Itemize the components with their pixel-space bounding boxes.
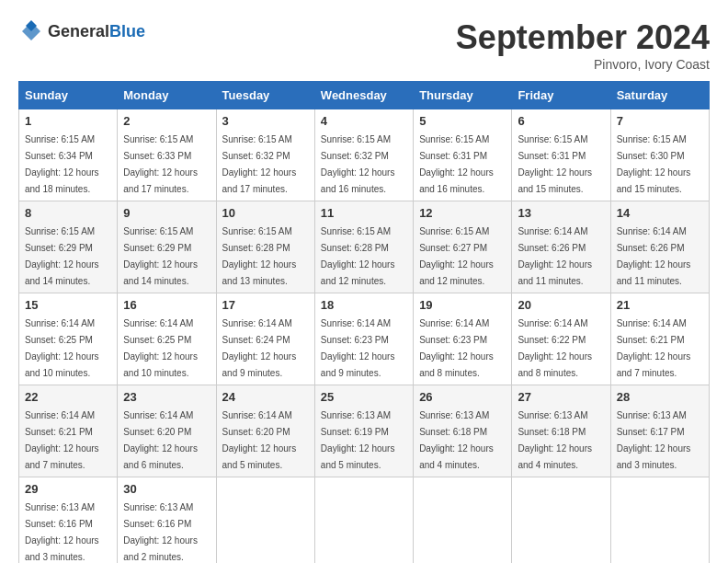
day-number: 11 — [321, 206, 407, 220]
day-number: 5 — [419, 114, 506, 128]
calendar-cell: 14 Sunrise: 6:14 AMSunset: 6:26 PMDaylig… — [610, 201, 709, 293]
calendar-cell: 5 Sunrise: 6:15 AMSunset: 6:31 PMDayligh… — [414, 109, 512, 201]
location: Pinvoro, Ivory Coast — [456, 57, 710, 72]
calendar-cell: 23 Sunrise: 6:14 AMSunset: 6:20 PMDaylig… — [118, 385, 216, 477]
calendar-cell: 22 Sunrise: 6:14 AMSunset: 6:21 PMDaylig… — [19, 385, 118, 477]
calendar-cell: 21 Sunrise: 6:14 AMSunset: 6:21 PMDaylig… — [610, 293, 709, 385]
calendar-cell: 4 Sunrise: 6:15 AMSunset: 6:32 PMDayligh… — [314, 109, 413, 201]
day-number: 24 — [222, 390, 309, 404]
calendar-cell: 19 Sunrise: 6:14 AMSunset: 6:23 PMDaylig… — [414, 293, 512, 385]
day-info: Sunrise: 6:14 AMSunset: 6:26 PMDaylight:… — [518, 226, 592, 286]
calendar-cell: 20 Sunrise: 6:14 AMSunset: 6:22 PMDaylig… — [512, 293, 610, 385]
header-wednesday: Wednesday — [314, 82, 413, 109]
calendar-cell: 12 Sunrise: 6:15 AMSunset: 6:27 PMDaylig… — [414, 201, 512, 293]
day-number: 6 — [518, 114, 604, 128]
day-number: 27 — [518, 390, 604, 404]
calendar-week-1: 1 Sunrise: 6:15 AMSunset: 6:34 PMDayligh… — [19, 109, 710, 201]
day-info: Sunrise: 6:15 AMSunset: 6:32 PMDaylight:… — [222, 134, 297, 194]
calendar-cell — [414, 477, 512, 564]
day-number: 22 — [25, 390, 111, 404]
day-number: 15 — [25, 298, 111, 312]
calendar-cell: 10 Sunrise: 6:15 AMSunset: 6:28 PMDaylig… — [216, 201, 314, 293]
calendar-cell — [512, 477, 610, 564]
day-number: 25 — [321, 390, 407, 404]
day-number: 7 — [617, 114, 703, 128]
day-info: Sunrise: 6:15 AMSunset: 6:32 PMDaylight:… — [321, 134, 395, 194]
calendar-cell: 18 Sunrise: 6:14 AMSunset: 6:23 PMDaylig… — [314, 293, 413, 385]
day-info: Sunrise: 6:14 AMSunset: 6:23 PMDaylight:… — [419, 318, 494, 378]
calendar-cell: 29 Sunrise: 6:13 AMSunset: 6:16 PMDaylig… — [19, 477, 118, 564]
day-info: Sunrise: 6:13 AMSunset: 6:19 PMDaylight:… — [321, 410, 395, 470]
calendar-cell: 27 Sunrise: 6:13 AMSunset: 6:18 PMDaylig… — [512, 385, 610, 477]
day-number: 20 — [518, 298, 604, 312]
day-info: Sunrise: 6:15 AMSunset: 6:31 PMDaylight:… — [419, 134, 494, 194]
day-number: 2 — [123, 114, 210, 128]
calendar-cell: 30 Sunrise: 6:13 AMSunset: 6:16 PMDaylig… — [118, 477, 216, 564]
calendar-cell — [216, 477, 314, 564]
day-info: Sunrise: 6:14 AMSunset: 6:22 PMDaylight:… — [518, 318, 592, 378]
day-info: Sunrise: 6:14 AMSunset: 6:24 PMDaylight:… — [222, 318, 297, 378]
day-number: 19 — [419, 298, 506, 312]
calendar-cell: 17 Sunrise: 6:14 AMSunset: 6:24 PMDaylig… — [216, 293, 314, 385]
day-number: 23 — [123, 390, 210, 404]
calendar-cell: 1 Sunrise: 6:15 AMSunset: 6:34 PMDayligh… — [19, 109, 118, 201]
day-number: 16 — [123, 298, 210, 312]
day-info: Sunrise: 6:13 AMSunset: 6:17 PMDaylight:… — [617, 410, 691, 470]
day-info: Sunrise: 6:14 AMSunset: 6:20 PMDaylight:… — [123, 410, 198, 470]
page-header: GeneralBlue September 2024 Pinvoro, Ivor… — [18, 18, 710, 72]
calendar-table: Sunday Monday Tuesday Wednesday Thursday… — [18, 81, 710, 563]
header-tuesday: Tuesday — [216, 82, 314, 109]
calendar-week-4: 22 Sunrise: 6:14 AMSunset: 6:21 PMDaylig… — [19, 385, 710, 477]
day-info: Sunrise: 6:15 AMSunset: 6:31 PMDaylight:… — [518, 134, 592, 194]
calendar-cell: 28 Sunrise: 6:13 AMSunset: 6:17 PMDaylig… — [610, 385, 709, 477]
day-number: 3 — [222, 114, 309, 128]
day-info: Sunrise: 6:15 AMSunset: 6:27 PMDaylight:… — [419, 226, 494, 286]
day-number: 26 — [419, 390, 506, 404]
calendar-cell: 7 Sunrise: 6:15 AMSunset: 6:30 PMDayligh… — [610, 109, 709, 201]
day-number: 4 — [321, 114, 407, 128]
day-number: 28 — [617, 390, 703, 404]
logo: GeneralBlue — [18, 18, 145, 44]
day-info: Sunrise: 6:13 AMSunset: 6:16 PMDaylight:… — [25, 502, 99, 562]
day-number: 30 — [123, 482, 210, 496]
day-info: Sunrise: 6:13 AMSunset: 6:18 PMDaylight:… — [419, 410, 494, 470]
day-info: Sunrise: 6:14 AMSunset: 6:25 PMDaylight:… — [25, 318, 99, 378]
day-info: Sunrise: 6:14 AMSunset: 6:21 PMDaylight:… — [25, 410, 99, 470]
day-info: Sunrise: 6:15 AMSunset: 6:28 PMDaylight:… — [321, 226, 395, 286]
calendar-cell: 6 Sunrise: 6:15 AMSunset: 6:31 PMDayligh… — [512, 109, 610, 201]
header-sunday: Sunday — [19, 82, 118, 109]
calendar-cell — [314, 477, 413, 564]
calendar-cell: 26 Sunrise: 6:13 AMSunset: 6:18 PMDaylig… — [414, 385, 512, 477]
day-number: 12 — [419, 206, 506, 220]
day-number: 17 — [222, 298, 309, 312]
title-block: September 2024 Pinvoro, Ivory Coast — [456, 18, 710, 72]
month-title: September 2024 — [456, 18, 710, 57]
day-info: Sunrise: 6:14 AMSunset: 6:21 PMDaylight:… — [617, 318, 691, 378]
day-info: Sunrise: 6:15 AMSunset: 6:33 PMDaylight:… — [123, 134, 198, 194]
calendar-cell: 3 Sunrise: 6:15 AMSunset: 6:32 PMDayligh… — [216, 109, 314, 201]
logo-icon — [18, 18, 44, 44]
day-number: 1 — [25, 114, 111, 128]
day-info: Sunrise: 6:15 AMSunset: 6:34 PMDaylight:… — [25, 134, 99, 194]
calendar-cell: 15 Sunrise: 6:14 AMSunset: 6:25 PMDaylig… — [19, 293, 118, 385]
calendar-cell — [610, 477, 709, 564]
day-info: Sunrise: 6:13 AMSunset: 6:18 PMDaylight:… — [518, 410, 592, 470]
day-number: 8 — [25, 206, 111, 220]
day-number: 18 — [321, 298, 407, 312]
calendar-header-row: Sunday Monday Tuesday Wednesday Thursday… — [19, 82, 710, 109]
day-number: 29 — [25, 482, 111, 496]
day-info: Sunrise: 6:13 AMSunset: 6:16 PMDaylight:… — [123, 502, 198, 562]
day-info: Sunrise: 6:14 AMSunset: 6:20 PMDaylight:… — [222, 410, 297, 470]
header-saturday: Saturday — [610, 82, 709, 109]
day-number: 9 — [123, 206, 210, 220]
calendar-cell: 2 Sunrise: 6:15 AMSunset: 6:33 PMDayligh… — [118, 109, 216, 201]
day-info: Sunrise: 6:15 AMSunset: 6:28 PMDaylight:… — [222, 226, 297, 286]
calendar-week-3: 15 Sunrise: 6:14 AMSunset: 6:25 PMDaylig… — [19, 293, 710, 385]
header-monday: Monday — [118, 82, 216, 109]
calendar-cell: 13 Sunrise: 6:14 AMSunset: 6:26 PMDaylig… — [512, 201, 610, 293]
header-thursday: Thursday — [414, 82, 512, 109]
header-friday: Friday — [512, 82, 610, 109]
calendar-cell: 16 Sunrise: 6:14 AMSunset: 6:25 PMDaylig… — [118, 293, 216, 385]
calendar-cell: 9 Sunrise: 6:15 AMSunset: 6:29 PMDayligh… — [118, 201, 216, 293]
logo-text: GeneralBlue — [48, 22, 145, 41]
